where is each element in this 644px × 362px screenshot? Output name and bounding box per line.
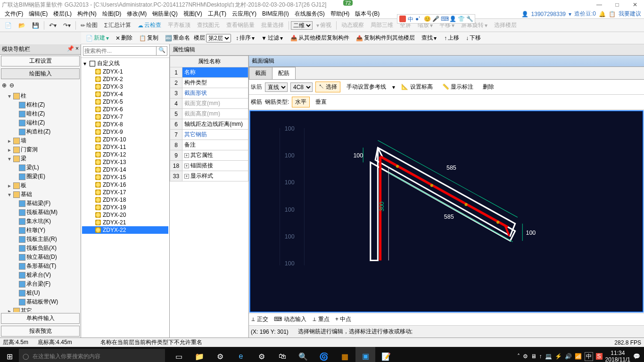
app-icon[interactable]: ⚙ — [210, 347, 230, 362]
tree-item[interactable]: 框柱(Z) — [1, 100, 80, 109]
edge-icon[interactable]: e — [231, 347, 251, 362]
tray-up-icon[interactable]: ˄ — [517, 353, 520, 360]
explorer-icon[interactable]: 📁 — [190, 347, 209, 362]
property-table[interactable]: 属性名称 1名称2构件类型3截面形状4截面宽度(mm)5截面高度(mm)6轴线距… — [170, 56, 249, 337]
user-icon[interactable]: 👤 — [521, 11, 528, 17]
ortho-button[interactable]: ⊥ 正交 — [251, 315, 268, 323]
tree-item[interactable]: 条形基础(T) — [1, 262, 80, 271]
open-button[interactable]: 📂 — [16, 21, 28, 30]
move-up-button[interactable]: ↑ 上移 — [441, 33, 462, 43]
section-canvas[interactable]: 100100100100100100 — [249, 110, 644, 313]
component-item[interactable]: ZDYX-11 — [82, 143, 168, 151]
menu-edit[interactable]: 编辑(E) — [26, 10, 50, 18]
rebar-spec-select[interactable]: 4C8 — [290, 82, 313, 92]
tree-item[interactable]: 桩(U) — [1, 288, 80, 297]
save-button[interactable]: 💾 — [29, 21, 42, 30]
property-row[interactable]: 1名称 — [170, 67, 248, 78]
tray-icon[interactable]: ⚙ — [523, 353, 528, 360]
rename-button[interactable]: 🔤 重命名 — [162, 33, 193, 43]
search-input[interactable] — [83, 46, 157, 56]
taskbar-search[interactable]: ◯ 在这里输入你要搜索的内容 — [19, 349, 165, 362]
tree-item[interactable]: 基础板带(W) — [1, 297, 80, 306]
component-item[interactable]: ZDYX-7 — [82, 113, 168, 121]
tree-item[interactable]: ▸墙 — [1, 136, 80, 145]
component-item[interactable]: ZDYX-3 — [82, 83, 168, 90]
find-graph-button[interactable]: 查找图元 — [194, 20, 223, 30]
tree-item[interactable]: 构造柱(Z) — [1, 127, 80, 136]
draw-input-button[interactable]: 绘图输入 — [1, 68, 80, 79]
sogou-tray[interactable]: S — [596, 353, 603, 360]
component-item[interactable]: ZDYX-14 — [82, 166, 168, 173]
set-elevation-button[interactable]: 📐 设置标高 — [398, 82, 436, 92]
menu-online[interactable]: 在线服务(S) — [292, 10, 328, 18]
maximize-button[interactable]: □ — [610, 1, 624, 8]
component-item[interactable]: ZDYX-13 — [82, 158, 168, 166]
coin-label[interactable]: 造价豆:0 — [574, 10, 596, 18]
local-3d-button[interactable]: 局部三维 — [368, 20, 396, 30]
component-item[interactable]: ZDYX-6 — [82, 106, 168, 113]
property-row[interactable]: 33+显示样式 — [170, 171, 248, 181]
floor-select[interactable]: 第2层 — [206, 34, 231, 42]
view-rebar-button[interactable]: 查看钢筋量 — [223, 20, 257, 30]
tree-item[interactable]: 集水坑(K) — [1, 217, 80, 226]
menu-view[interactable]: 视图(V) — [181, 10, 205, 18]
component-item[interactable]: ZDYX-9 — [82, 128, 168, 136]
tree-item[interactable]: 承台梁(F) — [1, 280, 80, 288]
vertical-button[interactable]: 垂直 — [313, 97, 330, 107]
close-button[interactable]: ✕ — [628, 1, 642, 8]
property-row[interactable]: 8备注 — [170, 140, 248, 150]
component-tree[interactable]: ▾柱框柱(Z)暗柱(Z)端柱(Z)构造柱(Z)▸墙▸门窗洞▾梁梁(L)圈梁(E)… — [0, 90, 81, 312]
menu-rebar[interactable]: 钢筋量(Q) — [149, 10, 180, 18]
store-icon[interactable]: 🛍 — [272, 347, 292, 362]
new-file-button[interactable]: 📄 — [2, 21, 15, 30]
batch-select-button[interactable]: 批量选择 — [258, 20, 287, 30]
move-down-button[interactable]: ↓ 下移 — [463, 33, 484, 43]
bird-view-button[interactable]: ▾ 俯视 — [314, 20, 334, 30]
tab-rebar[interactable]: 配筋 — [272, 67, 296, 79]
filter-button[interactable]: ▼ 过滤▾ — [258, 33, 286, 43]
component-item[interactable]: ZDYX-17 — [82, 189, 168, 196]
copy-from-floor-button[interactable]: 📥 从其他楼层复制构件 — [288, 33, 352, 43]
sort-button[interactable]: ↕ 排序▾ — [233, 33, 257, 43]
dynamic-view-button[interactable]: 动态观察 — [339, 20, 367, 30]
report-preview-button[interactable]: 报表预览 — [1, 326, 80, 337]
tree-item[interactable]: 筏板基础(M) — [1, 208, 80, 217]
ime-tray[interactable]: 中 — [585, 352, 593, 361]
collapse-icon[interactable]: ⊖ — [9, 82, 14, 89]
component-item[interactable]: ZDYX-4 — [82, 90, 168, 98]
component-item[interactable]: ZDYX-1 — [82, 68, 168, 75]
tree-item[interactable]: 独立基础(D) — [1, 253, 80, 262]
component-item[interactable]: ZDYX-10 — [82, 136, 168, 143]
component-item[interactable]: ZDYX-18 — [82, 196, 168, 204]
ime-toolbar[interactable]: 中 ●' 😊 🎤 ⌨ 👤 👕 🔧 — [397, 14, 475, 24]
horizontal-button[interactable]: 水平 — [292, 97, 310, 107]
cloud-check-button[interactable]: ☁ 云检查 — [135, 20, 164, 30]
tray-icon[interactable]: ↑ — [539, 353, 542, 360]
tree-item[interactable]: 圈梁(E) — [1, 172, 80, 181]
note-icon[interactable]: 📋 — [609, 11, 616, 17]
menu-floor[interactable]: 楼层(L) — [50, 10, 74, 18]
settings-icon[interactable]: ⚙ — [252, 347, 272, 362]
manual-ref-button[interactable]: 手动设置参考线 — [343, 82, 389, 92]
redo-button[interactable]: ↷▾ — [60, 21, 74, 30]
component-list[interactable]: ▾自定义线ZDYX-1ZDYX-2ZDYX-3ZDYX-4ZDYX-5ZDYX-… — [81, 58, 169, 337]
ggj-app-icon[interactable]: ▣ — [355, 347, 375, 362]
pdf-icon[interactable]: ▦ — [335, 347, 355, 362]
search-button[interactable]: 🔍 — [157, 46, 167, 56]
property-row[interactable]: 6轴线距左边线距离(mm) — [170, 119, 248, 130]
system-tray[interactable]: ˄ ⚙ 🖥 ↑ 💻 ⚡ 🔊 📶 中 S 11:342018/11/1 💬 — [517, 350, 644, 362]
tree-item[interactable]: 筏板负筋(X) — [1, 244, 80, 253]
tree-item[interactable]: ▸板 — [1, 181, 80, 190]
component-item[interactable]: ZDYX-2 — [82, 75, 168, 83]
tree-item[interactable]: 暗柱(Z) — [1, 109, 80, 118]
tree-item[interactable]: ▾基础 — [1, 190, 80, 199]
menu-help[interactable]: 帮助(H) — [328, 10, 353, 18]
tree-item[interactable]: 梁(L) — [1, 163, 80, 172]
select-floor-button[interactable]: 选择楼层 — [491, 20, 520, 30]
notifications-icon[interactable]: 💬 — [633, 353, 640, 360]
start-button[interactable]: ⊞ — [0, 352, 19, 361]
property-row[interactable]: 2构件类型 — [170, 78, 248, 88]
project-settings-button[interactable]: 工程设置 — [1, 56, 80, 66]
menu-version[interactable]: 版本号(B) — [352, 10, 382, 18]
component-item[interactable]: ZDYX-22 — [82, 226, 168, 234]
